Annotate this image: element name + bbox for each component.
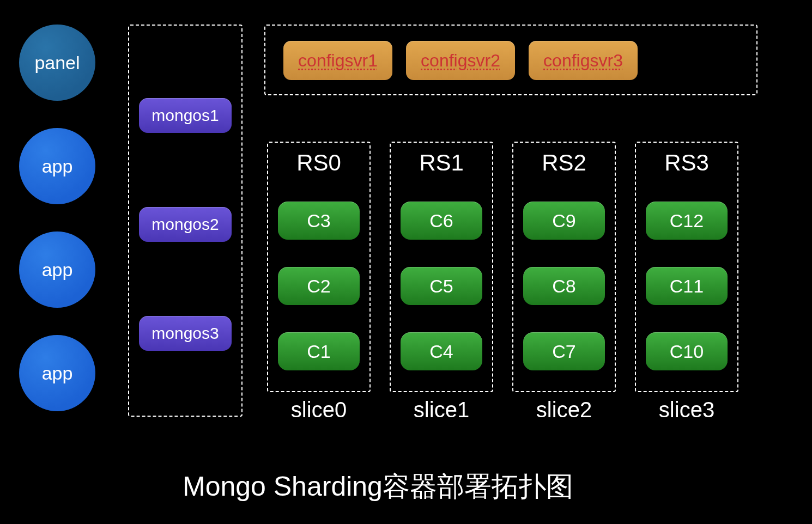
configsvr-2: configsvr2 [406, 41, 515, 80]
client-panel: panel [19, 25, 95, 101]
rs2-title: RS2 [515, 150, 613, 176]
rs1-node-c4: C4 [401, 332, 482, 370]
rs3-node-c10: C10 [646, 332, 728, 370]
mongos-1: mongos1 [139, 98, 232, 133]
rs1-slice-label: slice1 [392, 398, 490, 422]
rs1-title: RS1 [392, 150, 490, 176]
rs0-node-c1: C1 [278, 332, 360, 370]
rs0-title: RS0 [270, 150, 368, 176]
rs3-slice-label: slice3 [638, 398, 736, 422]
diagram-title: Mongo Sharding容器部署拓扑图 [183, 468, 573, 505]
rs1-node-c5: C5 [401, 267, 482, 305]
rs0-node-c3: C3 [278, 202, 360, 240]
configsvr-1: configsvr1 [283, 41, 392, 80]
rs2-slice-label: slice2 [515, 398, 613, 422]
rs1-node-c6: C6 [401, 202, 482, 240]
mongos-3: mongos3 [139, 316, 232, 351]
rs2-node-c8: C8 [523, 267, 605, 305]
client-app-2: app [19, 231, 95, 308]
rs3-node-c11: C11 [646, 267, 728, 305]
client-app-1: app [19, 128, 95, 204]
configsvr-3: configsvr3 [529, 41, 638, 80]
mongos-2: mongos2 [139, 207, 232, 242]
rs0-node-c2: C2 [278, 267, 360, 305]
rs2-node-c7: C7 [523, 332, 605, 370]
rs0-slice-label: slice0 [270, 398, 368, 422]
rs3-title: RS3 [638, 150, 736, 176]
rs2-node-c9: C9 [523, 202, 605, 240]
client-app-3: app [19, 335, 95, 411]
rs3-node-c12: C12 [646, 202, 728, 240]
